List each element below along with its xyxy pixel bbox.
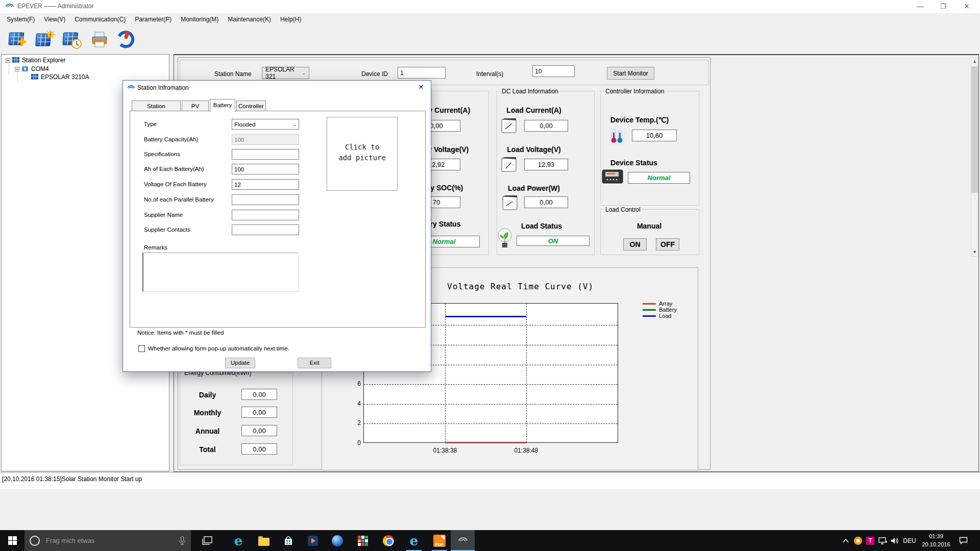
tab-controller[interactable]: Controller (236, 101, 266, 111)
minimize-button[interactable]: — (909, 0, 932, 13)
menu-system[interactable]: System(F) (2, 13, 39, 26)
scrollbar-thumb[interactable] (971, 66, 978, 193)
start-monitor-button[interactable]: Start Monitor (607, 67, 654, 80)
supplier-contacts-input[interactable] (232, 224, 299, 235)
epever-logo-icon (127, 85, 135, 91)
load-on-button[interactable]: ON (623, 238, 647, 251)
menu-parameter[interactable]: Parameter(P) (130, 13, 176, 26)
close-button[interactable]: ✕ (955, 0, 978, 13)
menu-help[interactable]: Help(H) (276, 13, 306, 26)
file-explorer-button[interactable] (252, 530, 276, 551)
pdf-icon: PDF (433, 535, 446, 547)
log-message: [20.10.2016 01:38:15]Solar Station Monit… (2, 475, 142, 483)
movies-tv-button[interactable] (301, 530, 325, 551)
chrome-button[interactable] (377, 530, 400, 551)
network-tray-button[interactable] (877, 530, 889, 551)
epever-logo-icon (456, 537, 470, 545)
clock[interactable]: 01:39 20.10.2016 (919, 532, 953, 548)
picture-upload-box[interactable]: Click to add picture (327, 117, 398, 191)
gridline-v (445, 304, 446, 442)
x-axis-tick: 01:38:38 (425, 447, 465, 454)
menu-view[interactable]: View(V) (39, 13, 70, 26)
store-button[interactable] (277, 530, 300, 551)
parallel-battery-input[interactable] (232, 194, 299, 205)
start-button[interactable] (0, 530, 24, 551)
edge-icon: e (234, 533, 243, 548)
y-axis-tick: 6 (350, 380, 361, 387)
edge-button[interactable]: e (227, 530, 250, 551)
microphone-icon[interactable] (179, 536, 186, 545)
station-information-dialog: Station Infromation ✕ Station Informatio… (122, 80, 431, 372)
epever-logo-icon (5, 3, 14, 10)
collapse-icon[interactable] (15, 67, 19, 71)
scroll-up-icon[interactable]: ▲ (971, 58, 978, 65)
internet-explorer-button[interactable]: e (402, 530, 426, 551)
tree-item-epsolar-3210a[interactable]: EPSOLAR 3210A (31, 73, 89, 81)
add-station-icon[interactable] (8, 30, 29, 50)
device-temp-label: Device Temp.(℃) (607, 116, 672, 124)
action-center-button[interactable] (955, 530, 971, 551)
volume-tray-button[interactable] (889, 530, 901, 551)
dialog-close-icon[interactable]: ✕ (413, 82, 429, 93)
station-name-label: Station Name (214, 70, 252, 78)
specifications-input[interactable] (232, 149, 299, 160)
scroll-down-icon[interactable]: ▼ (971, 248, 978, 256)
remarks-textarea[interactable] (142, 253, 299, 292)
language-indicator[interactable]: DEU (901, 530, 918, 551)
epever-app-button[interactable] (451, 530, 475, 551)
task-view-button[interactable] (196, 530, 218, 551)
load-voltage-value: 12,93 (524, 159, 568, 170)
windows-taskbar: Frag mich etwas e e PDF T (0, 530, 980, 551)
orange-ring-icon (854, 537, 862, 545)
tray-expand-button[interactable] (840, 530, 851, 551)
ammeter-icon (501, 118, 517, 133)
station-name-select[interactable]: EPSOLAR 321⌄ (262, 67, 309, 79)
tab-station-information[interactable]: Station Information (132, 101, 181, 111)
chevron-down-icon: ⌄ (292, 122, 297, 127)
menu-monitoring[interactable]: Monitoring(M) (176, 13, 223, 26)
dialog-title: Station Infromation (137, 84, 189, 91)
interval-input[interactable] (532, 65, 575, 77)
search-placeholder: Frag mich etwas (46, 537, 94, 544)
tree-item-station-explorer[interactable]: Station Explorer (6, 56, 65, 64)
exit-button[interactable]: Exit (298, 358, 331, 368)
type-select[interactable]: Flooded ⌄ (232, 119, 299, 130)
clock-time: 01:39 (919, 532, 953, 540)
popup-checkbox[interactable] (138, 345, 145, 352)
ah-each-battery-input[interactable] (232, 164, 299, 174)
specifications-label: Specifications (144, 151, 180, 157)
menu-maintenance[interactable]: Maintenance(K) (223, 13, 276, 26)
restore-button[interactable]: ❐ (932, 0, 954, 13)
print-icon[interactable] (89, 30, 110, 50)
media-orb-button[interactable] (326, 530, 349, 551)
title-bar: EPEVER —— Administrator — ❐ ✕ (0, 0, 980, 13)
tab-battery[interactable]: Battery (210, 99, 235, 112)
app-grid-button[interactable] (351, 530, 375, 551)
supplier-name-input[interactable] (232, 210, 299, 220)
vertical-scrollbar[interactable]: ▲ ▼ (971, 57, 978, 257)
pdf-app-button[interactable]: PDF (428, 530, 451, 551)
y-axis-tick: 0 (350, 439, 361, 446)
cortana-search-box[interactable]: Frag mich etwas (24, 530, 191, 551)
tree-item-com4[interactable]: COM4 (15, 65, 49, 73)
legend-array-swatch (643, 303, 656, 305)
network-icon (878, 537, 888, 544)
station-name-value: EPSOLAR 321 (265, 66, 302, 80)
load-off-button[interactable]: OFF (656, 238, 679, 251)
tab-pv-arrays[interactable]: PV Arrays (182, 101, 209, 111)
device-id-input[interactable] (398, 67, 446, 79)
collapse-icon[interactable] (6, 58, 10, 63)
power-exit-icon[interactable] (116, 30, 137, 50)
tray-app1-button[interactable] (852, 530, 864, 551)
play-icon (308, 536, 318, 546)
popup-checkbox-label: Whether allowing form pop-up automatical… (148, 345, 289, 352)
station-monitor-icon[interactable] (62, 30, 83, 50)
gridline-h (364, 384, 618, 385)
voltage-each-battery-input[interactable] (232, 179, 299, 190)
update-button[interactable]: Update (225, 358, 255, 368)
station-sun-icon[interactable] (35, 30, 56, 50)
tray-app2-button[interactable]: T (865, 530, 876, 551)
dialog-notice: Notice: Items with * must be filled (137, 330, 224, 336)
menu-communication[interactable]: Communication(C) (70, 13, 130, 26)
legend-battery: Battery (643, 307, 677, 313)
